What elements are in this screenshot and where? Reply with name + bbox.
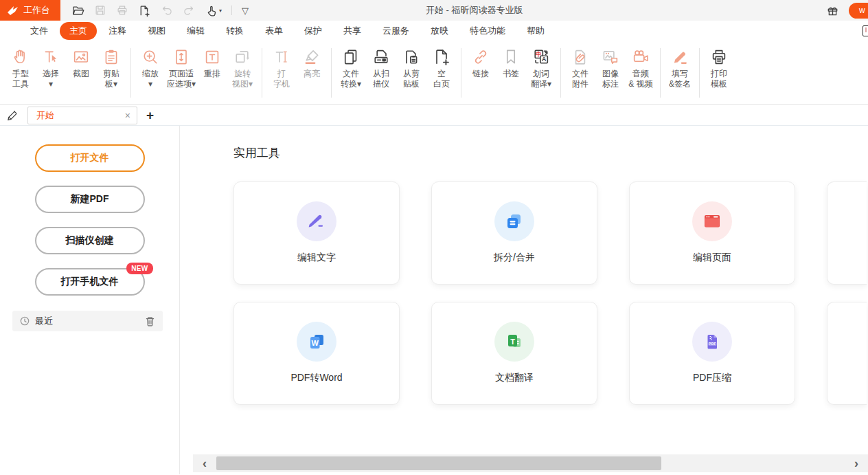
- open-file-icon[interactable]: [71, 4, 84, 17]
- menu-features[interactable]: 特色功能: [460, 22, 515, 40]
- hand-tool-label: 手型 工具: [12, 69, 29, 89]
- bookmark-button[interactable]: 书签: [497, 47, 525, 79]
- titlebar-right: w: [826, 0, 868, 21]
- scroll-right-button[interactable]: ›: [847, 454, 866, 472]
- scrollbar-thumb[interactable]: [216, 456, 661, 470]
- snapshot-button[interactable]: 截图: [67, 47, 95, 79]
- tool-card-partial[interactable]: [827, 302, 867, 405]
- select-button[interactable]: 选择 ▾: [37, 47, 65, 89]
- blank-page-button[interactable]: 空 白页: [428, 47, 455, 89]
- tab-start[interactable]: 开始 ×: [27, 107, 137, 124]
- window-title: 开始 - 福昕阅读器专业版: [426, 0, 523, 21]
- convert-file-button[interactable]: 文件 转换▾: [337, 47, 365, 89]
- tool-card-doc-translate[interactable]: T 文档翻译: [431, 302, 597, 405]
- menu-view[interactable]: 视图: [138, 22, 175, 40]
- tool-card-partial[interactable]: [827, 181, 867, 285]
- menu-form[interactable]: 表单: [255, 22, 293, 40]
- from-scanner-icon: [372, 47, 391, 67]
- scanner-create-button[interactable]: 扫描仪创建: [35, 227, 145, 254]
- rotate-view-icon: [233, 47, 252, 67]
- new-document-icon[interactable]: [138, 4, 151, 17]
- menu-present[interactable]: 放映: [421, 22, 458, 40]
- link-button[interactable]: 链接: [467, 47, 494, 79]
- scroll-left-button[interactable]: ‹: [195, 454, 214, 472]
- tool-card-pdf-compress[interactable]: PDF PDF压缩: [629, 302, 795, 405]
- tool-card-pdf-to-word[interactable]: W PDF转Word: [233, 302, 400, 405]
- svg-text:A: A: [542, 56, 547, 63]
- pen-icon[interactable]: [5, 108, 21, 123]
- zoom-button[interactable]: 缩放 ▾: [137, 47, 164, 89]
- select-icon: [41, 47, 60, 67]
- select-label: 选择 ▾: [43, 69, 59, 89]
- menu-comment[interactable]: 注释: [99, 22, 136, 40]
- quick-access-toolbar: ▾ ▽: [71, 4, 249, 17]
- menu-protect[interactable]: 保护: [295, 22, 332, 40]
- redo-icon[interactable]: [183, 4, 195, 16]
- tool-label: 编辑页面: [693, 252, 731, 264]
- workspace-button[interactable]: 工作台: [0, 0, 60, 21]
- tool-card-split-merge[interactable]: 拆分/合并: [431, 181, 597, 285]
- toolbar-divider: [331, 48, 332, 98]
- typewriter-button[interactable]: 打 字机: [268, 47, 295, 89]
- from-clipboard-button[interactable]: 从剪 贴板: [398, 47, 425, 89]
- new-pdf-button[interactable]: 新建PDF: [35, 186, 145, 213]
- trash-icon[interactable]: [144, 316, 156, 327]
- image-annotation-button[interactable]: 图像 标注: [597, 47, 624, 89]
- tool-card-edit-text[interactable]: 编辑文字: [233, 181, 400, 285]
- clipboard-button[interactable]: 剪贴 板▾: [98, 47, 125, 89]
- touch-mode-icon[interactable]: ▾: [205, 4, 222, 17]
- section-title: 实用工具: [233, 145, 868, 161]
- save-icon[interactable]: [94, 4, 106, 16]
- new-badge: NEW: [126, 263, 152, 274]
- from-scanner-button[interactable]: 从扫 描仪: [367, 47, 395, 89]
- hand-icon: [11, 47, 30, 67]
- print-icon[interactable]: [116, 4, 128, 16]
- print-template-label: 打印 模板: [711, 69, 727, 89]
- typewriter-icon: [272, 47, 291, 67]
- menu-home[interactable]: 主页: [60, 22, 97, 40]
- open-mobile-file-button[interactable]: 打开手机文件 NEW: [35, 268, 145, 296]
- toolbar-divider: [560, 48, 561, 98]
- highlight-button[interactable]: 高亮: [298, 47, 326, 79]
- tool-label: 文档翻译: [495, 372, 534, 384]
- page-fit-button[interactable]: 页面适 应选项▾: [167, 47, 196, 89]
- print-template-button[interactable]: 打印 模板: [705, 47, 733, 89]
- menu-share[interactable]: 共享: [334, 22, 371, 40]
- tool-card-edit-pages[interactable]: 编辑页面: [629, 181, 795, 285]
- customize-toolbar-icon[interactable]: ▽: [242, 5, 249, 16]
- file-attachment-button[interactable]: 文件 附件: [567, 47, 594, 89]
- promo-button[interactable]: w: [849, 3, 868, 19]
- menu-convert[interactable]: 转换: [216, 22, 253, 40]
- word-translate-button[interactable]: 中A 划词 翻译▾: [527, 47, 555, 89]
- menu-file[interactable]: 文件: [21, 22, 58, 40]
- rotate-view-button[interactable]: 旋转 视图▾: [229, 47, 256, 89]
- tool-label: 编辑文字: [297, 252, 336, 264]
- touch-mode-dropdown-arrow[interactable]: ▾: [219, 8, 222, 14]
- menu-edit[interactable]: 编辑: [177, 22, 214, 40]
- menu-help[interactable]: 帮助: [517, 22, 554, 40]
- new-tab-button[interactable]: +: [146, 109, 154, 122]
- tab-close-icon[interactable]: ×: [125, 111, 130, 120]
- highlight-icon: [302, 47, 321, 67]
- fill-sign-button[interactable]: 填写 &签名: [666, 47, 694, 89]
- gift-icon[interactable]: [826, 4, 839, 17]
- toolbar-divider: [461, 48, 461, 98]
- hand-tool-button[interactable]: 手型 工具: [7, 47, 34, 89]
- undo-icon[interactable]: [161, 4, 173, 16]
- file-attachment-label: 文件 附件: [572, 69, 589, 89]
- menu-cloud[interactable]: 云服务: [373, 22, 419, 40]
- clock-icon: [19, 316, 30, 327]
- app-body: 打开文件 新建PDF 扫描仪创建 打开手机文件 NEW 最近 实用工具 编辑文字: [0, 126, 868, 474]
- clipboard-icon: [102, 47, 121, 67]
- horizontal-scrollbar[interactable]: ‹ ›: [193, 454, 868, 472]
- audio-video-button[interactable]: 音频 & 视频: [627, 47, 654, 89]
- blank-page-icon: [432, 47, 451, 67]
- panel-edge-icon[interactable]: [863, 25, 868, 36]
- print-template-icon: [709, 47, 729, 67]
- reflow-label: 重排: [204, 69, 220, 79]
- image-annotation-icon: [601, 47, 620, 67]
- recent-row[interactable]: 最近: [12, 311, 163, 331]
- open-file-button[interactable]: 打开文件: [35, 144, 145, 172]
- reflow-button[interactable]: 重排: [198, 47, 226, 79]
- rotate-view-label: 旋转 视图▾: [232, 69, 253, 89]
